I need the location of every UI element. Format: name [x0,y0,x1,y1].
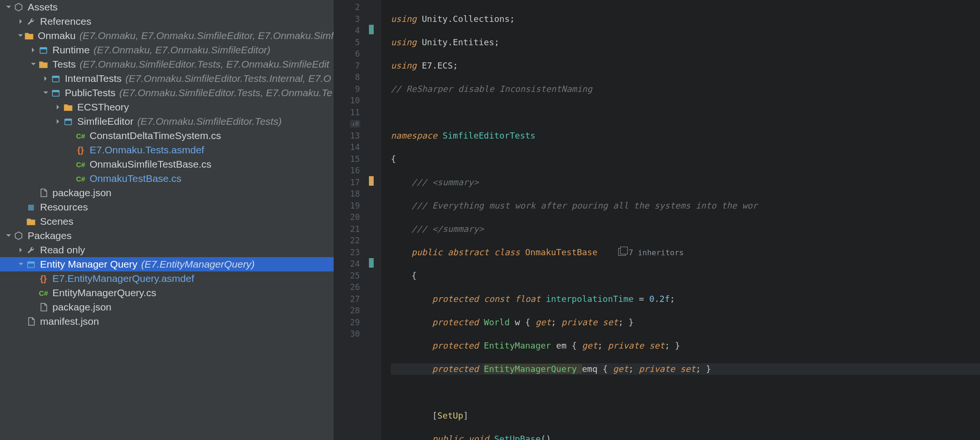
pn: ; [629,364,639,374]
chevron-down-icon[interactable] [41,90,51,96]
label: OnmakuTestBase.cs [90,173,182,184]
hint: (E7.Onmaku, E7.Onmaku.SimfileEditor) [93,44,270,56]
chevron-down-icon[interactable] [29,61,38,67]
kw: protected [432,364,484,374]
id: emq [582,364,598,374]
line-number: 16 [334,165,367,177]
hint: (E7.Onmaku, E7.Onmaku.SimfileEditor, E7.… [80,30,334,41]
tree-node-emqasm[interactable]: {} E7.EntityManagerQuery.asmdef [0,271,334,286]
tree-node-publictests[interactable]: PublicTests (E7.Onmaku.SimfileEditor.Tes… [0,86,334,100]
tree-node-manifest[interactable]: manifest.json [0,314,334,329]
code-editor[interactable]: 2345678910111213141516171819202122232425… [334,0,980,440]
pn: { [566,340,582,350]
line-number: 14 [334,141,367,153]
line-number: 15 [334,153,367,165]
kw: namespace [391,130,438,140]
tree-node-packages[interactable]: Packages [0,229,334,243]
tree-node-readonly[interactable]: Read only [0,243,334,257]
chevron-right-icon[interactable] [16,19,26,24]
tree-node-ecstheory[interactable]: ECSTheory [0,100,334,114]
label: Onmaku [38,30,75,41]
readonly-icon [26,245,36,255]
file-icon [38,188,49,198]
label: References [40,16,91,27]
label: Entity Manager Query [40,259,137,270]
chevron-down-icon[interactable] [16,261,26,267]
vcs-marker [369,25,374,34]
line-number: 3 [334,13,367,25]
kw: protected [432,340,484,350]
label: Resources [40,201,88,213]
pn: ; [670,294,675,304]
resources-icon: ▦ [26,202,36,212]
tree-node-assets[interactable]: Assets [0,0,334,14]
kw: public void [432,434,494,440]
chevron-right-icon[interactable] [53,119,63,124]
label: Tests [52,59,76,70]
tree-node-tests[interactable]: Tests (E7.Onmaku.SimfileEditor.Tests, E7… [0,57,334,71]
chevron-down-icon[interactable] [4,4,13,10]
gutter-download-hint[interactable]: ↓0 [350,120,360,128]
line-number: 7 [334,60,367,72]
chevron-down-icon[interactable] [4,233,13,239]
tree-node-references[interactable]: References [0,14,334,29]
line-number: 21 [334,223,367,235]
kw: using [391,60,417,70]
tree-node-constdelta[interactable]: C# ConstantDeltaTimeSystem.cs [0,129,334,143]
chevron-right-icon[interactable] [53,104,63,110]
type: World [484,317,515,327]
tree-node-pkgjson2[interactable]: package.json [0,300,334,314]
kw: private set [639,364,695,374]
attr: SetUp [438,410,463,420]
module-icon [38,45,49,55]
comment: /// </summary> [411,224,484,234]
hint: (E7.Onmaku.SimfileEditor.Tests, E7.Onmak… [119,87,332,99]
hint: (E7.EntityManagerQuery) [141,259,255,270]
tree-node-internaltests[interactable]: InternalTests (E7.Onmaku.SimfileEditor.T… [0,71,334,86]
solution-explorer[interactable]: Assets References Onmaku (E7.Onmaku, E7.… [0,0,334,440]
pn: = [633,294,649,304]
inheritors-hint[interactable]: 7 inheritors [618,248,684,257]
tree-node-asmtests[interactable]: {} E7.Onmaku.Tests.asmdef [0,143,334,157]
chevron-down-icon[interactable] [16,33,24,39]
label: OnmakuSimfileTestBase.cs [90,159,212,170]
inheritors-icon [618,248,626,256]
tree-node-onmaku[interactable]: Onmaku (E7.Onmaku, E7.Onmaku.SimfileEdit… [0,29,334,43]
tree-node-simfileeditor[interactable]: SimfileEditor (E7.Onmaku.SimfileEditor.T… [0,114,334,129]
vcs-marker [369,258,374,268]
label: E7.Onmaku.Tests.asmdef [90,144,204,156]
tree-node-runtime[interactable]: Runtime (E7.Onmaku, E7.Onmaku.SimfileEdi… [0,43,334,57]
ns-name: SimfileEditorTests [438,130,536,140]
line-number: 26 [334,281,367,293]
tree-node-emq[interactable]: Entity Manager Query (E7.EntityManagerQu… [0,257,334,271]
label: manifest.json [40,316,99,327]
line-number: 23 [334,247,367,259]
txt: E7.ECS; [417,60,458,70]
tree-node-testbase[interactable]: C# OnmakuTestBase.cs [0,171,334,186]
id: em [556,340,567,350]
json-icon: {} [38,273,49,284]
tree-node-emqcs[interactable]: C# EntityManagerQuery.cs [0,286,334,300]
pn: ] [463,410,469,420]
references-icon [26,16,36,27]
chevron-right-icon[interactable] [29,47,38,53]
label: EntityManagerQuery.cs [52,287,156,299]
module-icon [63,116,73,127]
code-area[interactable]: using Unity.Collections; using Unity.Ent… [381,0,980,440]
chevron-right-icon[interactable] [16,247,26,253]
label: SimfileEditor [77,116,133,127]
tree-node-pkgjson1[interactable]: package.json [0,186,334,200]
comment: /// Everything must work after pouring a… [411,200,757,210]
pn: () [541,434,551,440]
line-number: 30 [334,328,367,340]
kw: using [391,37,417,47]
tree-node-simfiletestbase[interactable]: C# OnmakuSimfileTestBase.cs [0,157,334,171]
line-number: 27 [334,293,367,305]
comment: /// <summary> [411,177,479,187]
line-number: 10 [334,95,367,107]
folder-icon [63,102,73,112]
line-number: 17 [334,177,367,189]
tree-node-resources[interactable]: ▦ Resources [0,200,334,214]
tree-node-scenes[interactable]: Scenes [0,214,334,229]
chevron-right-icon[interactable] [41,76,51,81]
